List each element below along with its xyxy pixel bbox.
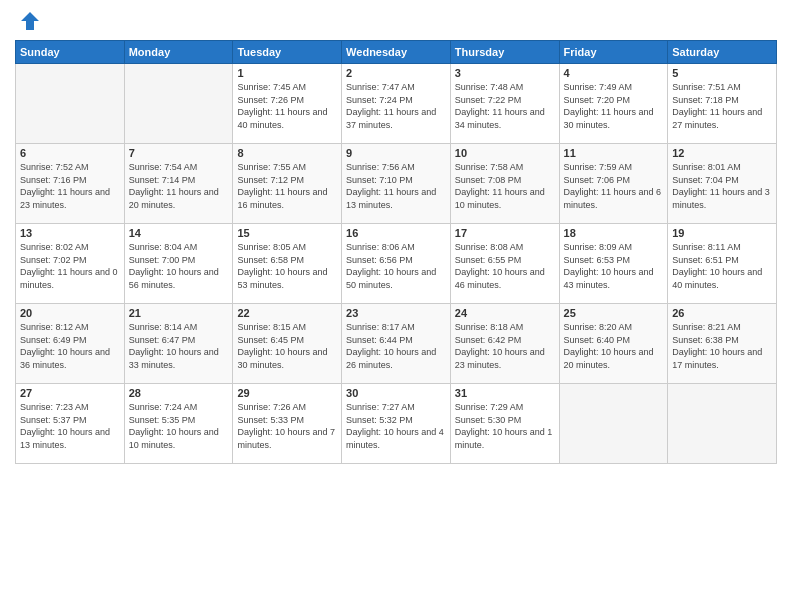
day-number: 7 [129, 147, 229, 159]
day-number: 2 [346, 67, 446, 79]
calendar-cell: 15 Sunrise: 8:05 AMSunset: 6:58 PMDaylig… [233, 224, 342, 304]
day-info: Sunrise: 8:18 AMSunset: 6:42 PMDaylight:… [455, 322, 545, 370]
calendar-cell: 29 Sunrise: 7:26 AMSunset: 5:33 PMDaylig… [233, 384, 342, 464]
calendar-cell: 12 Sunrise: 8:01 AMSunset: 7:04 PMDaylig… [668, 144, 777, 224]
day-number: 24 [455, 307, 555, 319]
calendar-cell: 19 Sunrise: 8:11 AMSunset: 6:51 PMDaylig… [668, 224, 777, 304]
weekday-header: Tuesday [233, 41, 342, 64]
calendar-cell: 9 Sunrise: 7:56 AMSunset: 7:10 PMDayligh… [342, 144, 451, 224]
day-number: 19 [672, 227, 772, 239]
calendar-cell: 31 Sunrise: 7:29 AMSunset: 5:30 PMDaylig… [450, 384, 559, 464]
day-number: 23 [346, 307, 446, 319]
day-number: 31 [455, 387, 555, 399]
calendar-cell [124, 64, 233, 144]
day-info: Sunrise: 7:47 AMSunset: 7:24 PMDaylight:… [346, 82, 436, 130]
calendar-cell: 3 Sunrise: 7:48 AMSunset: 7:22 PMDayligh… [450, 64, 559, 144]
day-info: Sunrise: 8:04 AMSunset: 7:00 PMDaylight:… [129, 242, 219, 290]
day-number: 22 [237, 307, 337, 319]
day-info: Sunrise: 8:09 AMSunset: 6:53 PMDaylight:… [564, 242, 654, 290]
day-info: Sunrise: 7:48 AMSunset: 7:22 PMDaylight:… [455, 82, 545, 130]
day-info: Sunrise: 7:59 AMSunset: 7:06 PMDaylight:… [564, 162, 662, 210]
calendar-cell: 18 Sunrise: 8:09 AMSunset: 6:53 PMDaylig… [559, 224, 668, 304]
weekday-header: Wednesday [342, 41, 451, 64]
day-info: Sunrise: 7:27 AMSunset: 5:32 PMDaylight:… [346, 402, 444, 450]
day-number: 15 [237, 227, 337, 239]
day-info: Sunrise: 7:24 AMSunset: 5:35 PMDaylight:… [129, 402, 219, 450]
day-number: 16 [346, 227, 446, 239]
calendar-cell: 30 Sunrise: 7:27 AMSunset: 5:32 PMDaylig… [342, 384, 451, 464]
day-number: 30 [346, 387, 446, 399]
day-number: 9 [346, 147, 446, 159]
calendar-cell: 26 Sunrise: 8:21 AMSunset: 6:38 PMDaylig… [668, 304, 777, 384]
day-info: Sunrise: 7:26 AMSunset: 5:33 PMDaylight:… [237, 402, 335, 450]
day-info: Sunrise: 7:56 AMSunset: 7:10 PMDaylight:… [346, 162, 436, 210]
day-number: 29 [237, 387, 337, 399]
calendar-cell: 10 Sunrise: 7:58 AMSunset: 7:08 PMDaylig… [450, 144, 559, 224]
logo [15, 10, 41, 32]
day-info: Sunrise: 7:52 AMSunset: 7:16 PMDaylight:… [20, 162, 110, 210]
calendar-cell: 16 Sunrise: 8:06 AMSunset: 6:56 PMDaylig… [342, 224, 451, 304]
day-number: 17 [455, 227, 555, 239]
day-number: 18 [564, 227, 664, 239]
day-info: Sunrise: 8:20 AMSunset: 6:40 PMDaylight:… [564, 322, 654, 370]
day-number: 26 [672, 307, 772, 319]
day-number: 21 [129, 307, 229, 319]
weekday-header: Friday [559, 41, 668, 64]
day-info: Sunrise: 7:55 AMSunset: 7:12 PMDaylight:… [237, 162, 327, 210]
day-number: 12 [672, 147, 772, 159]
day-number: 3 [455, 67, 555, 79]
day-info: Sunrise: 7:23 AMSunset: 5:37 PMDaylight:… [20, 402, 110, 450]
day-info: Sunrise: 8:15 AMSunset: 6:45 PMDaylight:… [237, 322, 327, 370]
calendar-cell [16, 64, 125, 144]
day-number: 27 [20, 387, 120, 399]
day-info: Sunrise: 8:02 AMSunset: 7:02 PMDaylight:… [20, 242, 118, 290]
calendar-cell: 1 Sunrise: 7:45 AMSunset: 7:26 PMDayligh… [233, 64, 342, 144]
calendar-cell: 28 Sunrise: 7:24 AMSunset: 5:35 PMDaylig… [124, 384, 233, 464]
day-info: Sunrise: 7:49 AMSunset: 7:20 PMDaylight:… [564, 82, 654, 130]
day-number: 1 [237, 67, 337, 79]
weekday-header: Sunday [16, 41, 125, 64]
day-info: Sunrise: 7:51 AMSunset: 7:18 PMDaylight:… [672, 82, 762, 130]
day-number: 20 [20, 307, 120, 319]
calendar-cell: 17 Sunrise: 8:08 AMSunset: 6:55 PMDaylig… [450, 224, 559, 304]
calendar-cell: 20 Sunrise: 8:12 AMSunset: 6:49 PMDaylig… [16, 304, 125, 384]
weekday-header: Saturday [668, 41, 777, 64]
day-info: Sunrise: 8:21 AMSunset: 6:38 PMDaylight:… [672, 322, 762, 370]
day-number: 10 [455, 147, 555, 159]
day-info: Sunrise: 8:11 AMSunset: 6:51 PMDaylight:… [672, 242, 762, 290]
day-info: Sunrise: 8:01 AMSunset: 7:04 PMDaylight:… [672, 162, 770, 210]
calendar-cell: 5 Sunrise: 7:51 AMSunset: 7:18 PMDayligh… [668, 64, 777, 144]
day-number: 4 [564, 67, 664, 79]
day-number: 28 [129, 387, 229, 399]
calendar-cell: 14 Sunrise: 8:04 AMSunset: 7:00 PMDaylig… [124, 224, 233, 304]
day-info: Sunrise: 8:06 AMSunset: 6:56 PMDaylight:… [346, 242, 436, 290]
day-number: 8 [237, 147, 337, 159]
calendar-cell: 13 Sunrise: 8:02 AMSunset: 7:02 PMDaylig… [16, 224, 125, 304]
logo-icon [19, 10, 41, 32]
calendar-cell: 24 Sunrise: 8:18 AMSunset: 6:42 PMDaylig… [450, 304, 559, 384]
calendar-cell: 25 Sunrise: 8:20 AMSunset: 6:40 PMDaylig… [559, 304, 668, 384]
day-number: 5 [672, 67, 772, 79]
calendar-cell: 2 Sunrise: 7:47 AMSunset: 7:24 PMDayligh… [342, 64, 451, 144]
day-info: Sunrise: 8:14 AMSunset: 6:47 PMDaylight:… [129, 322, 219, 370]
day-info: Sunrise: 7:29 AMSunset: 5:30 PMDaylight:… [455, 402, 553, 450]
calendar-cell: 8 Sunrise: 7:55 AMSunset: 7:12 PMDayligh… [233, 144, 342, 224]
day-info: Sunrise: 8:17 AMSunset: 6:44 PMDaylight:… [346, 322, 436, 370]
weekday-header: Monday [124, 41, 233, 64]
calendar-cell: 22 Sunrise: 8:15 AMSunset: 6:45 PMDaylig… [233, 304, 342, 384]
day-info: Sunrise: 8:05 AMSunset: 6:58 PMDaylight:… [237, 242, 327, 290]
day-info: Sunrise: 7:54 AMSunset: 7:14 PMDaylight:… [129, 162, 219, 210]
day-info: Sunrise: 7:45 AMSunset: 7:26 PMDaylight:… [237, 82, 327, 130]
calendar-cell: 23 Sunrise: 8:17 AMSunset: 6:44 PMDaylig… [342, 304, 451, 384]
day-number: 6 [20, 147, 120, 159]
calendar-cell: 6 Sunrise: 7:52 AMSunset: 7:16 PMDayligh… [16, 144, 125, 224]
calendar-cell: 21 Sunrise: 8:14 AMSunset: 6:47 PMDaylig… [124, 304, 233, 384]
weekday-header: Thursday [450, 41, 559, 64]
day-number: 14 [129, 227, 229, 239]
calendar-cell: 7 Sunrise: 7:54 AMSunset: 7:14 PMDayligh… [124, 144, 233, 224]
calendar-cell: 27 Sunrise: 7:23 AMSunset: 5:37 PMDaylig… [16, 384, 125, 464]
day-number: 11 [564, 147, 664, 159]
day-number: 13 [20, 227, 120, 239]
day-info: Sunrise: 7:58 AMSunset: 7:08 PMDaylight:… [455, 162, 545, 210]
day-info: Sunrise: 8:08 AMSunset: 6:55 PMDaylight:… [455, 242, 545, 290]
